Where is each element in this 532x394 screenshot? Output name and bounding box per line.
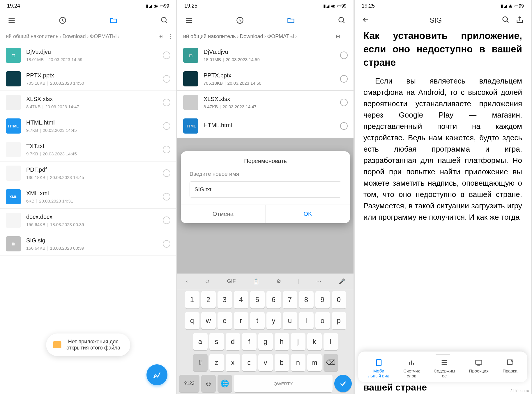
file-row[interactable]: HTML HTML.html 9.7KB|20.03.2023 14:45: [0, 114, 176, 138]
select-radio[interactable]: [340, 99, 348, 106]
key-n[interactable]: n: [291, 354, 305, 371]
backspace-key[interactable]: ⌫: [324, 354, 338, 371]
key-l[interactable]: l: [324, 333, 338, 350]
key-f[interactable]: f: [242, 333, 257, 350]
key-m[interactable]: m: [307, 354, 322, 371]
key-d[interactable]: d: [226, 333, 240, 350]
select-radio[interactable]: [163, 146, 170, 153]
key-c[interactable]: c: [242, 354, 257, 371]
send-key[interactable]: [334, 375, 352, 392]
key-2[interactable]: 2: [201, 291, 216, 308]
key-s[interactable]: s: [209, 333, 224, 350]
file-row[interactable]: TXT.txt 9.7KB|20.03.2023 14:45: [0, 138, 176, 161]
search-icon[interactable]: [337, 16, 347, 25]
kb-gif-button[interactable]: GIF: [227, 278, 236, 284]
select-radio[interactable]: [163, 52, 170, 59]
select-radio[interactable]: [163, 99, 170, 106]
kb-settings-icon[interactable]: ⚙: [276, 278, 281, 285]
kb-more-icon[interactable]: ⋯: [316, 278, 321, 285]
key-8[interactable]: 8: [299, 291, 314, 308]
key-9[interactable]: 9: [315, 291, 330, 308]
file-row[interactable]: XML XML.xml 6KB|20.03.2023 14:31: [0, 185, 176, 209]
search-icon[interactable]: [160, 16, 169, 25]
key-w[interactable]: w: [201, 312, 216, 329]
key-t[interactable]: t: [250, 312, 265, 329]
crumb[interactable]: ФОРМАТЫ: [90, 33, 117, 40]
menu-icon[interactable]: [184, 16, 194, 25]
grid-view-icon[interactable]: ⊞: [158, 33, 163, 40]
select-radio[interactable]: [163, 240, 170, 248]
key-0[interactable]: 0: [332, 291, 346, 308]
folder-icon[interactable]: [286, 16, 296, 25]
key-k[interactable]: k: [307, 333, 322, 350]
key-e[interactable]: e: [218, 312, 232, 329]
key-v[interactable]: v: [258, 354, 273, 371]
globe-key[interactable]: 🌐: [218, 375, 232, 392]
crumb[interactable]: Download: [240, 33, 263, 40]
key-j[interactable]: j: [291, 333, 305, 350]
shift-key[interactable]: ⇧: [193, 354, 208, 371]
grid-view-icon[interactable]: ⊞: [336, 33, 340, 40]
select-radio[interactable]: [340, 75, 348, 83]
file-row[interactable]: HTML HTML.html: [177, 114, 354, 138]
key-z[interactable]: z: [209, 354, 224, 371]
key-r[interactable]: r: [234, 312, 248, 329]
file-row[interactable]: 🗎 SIG.sig 156.64KB|18.03.2023 00:39: [0, 232, 176, 256]
space-key[interactable]: QWERTY: [234, 375, 333, 392]
select-radio[interactable]: [163, 216, 170, 224]
key-b[interactable]: b: [275, 354, 289, 371]
kb-back-icon[interactable]: ‹: [186, 278, 188, 284]
file-row[interactable]: PPTX.pptx 705.18KB|20.03.2023 14:50: [177, 67, 354, 91]
bottom-tab-0[interactable]: Моби льный вид: [368, 354, 389, 378]
crumb[interactable]: ий общий накопитель: [183, 33, 236, 40]
bottom-tab-2[interactable]: Содержим ое: [434, 354, 455, 378]
key-4[interactable]: 4: [234, 291, 248, 308]
breadcrumb[interactable]: ий общий накопитель› Download› ФОРМАТЫ› …: [0, 29, 176, 44]
file-row[interactable]: XLSX.xlsx 8.47KB|20.03.2023 14:47: [0, 91, 176, 114]
recent-icon[interactable]: [235, 16, 245, 25]
key-5[interactable]: 5: [250, 291, 265, 308]
bottom-tab-1[interactable]: Счетчик слов: [403, 354, 420, 378]
key-q[interactable]: q: [185, 312, 199, 329]
crumb[interactable]: Download: [63, 33, 86, 40]
kb-clipboard-icon[interactable]: 📋: [253, 278, 259, 285]
file-row[interactable]: ▢ DjVu.djvu 18.01MB|20.03.2023 14:59: [0, 44, 176, 67]
bottom-tab-3[interactable]: Проекция: [469, 354, 489, 378]
file-row[interactable]: docx.docx 156.64KB|18.03.2023 00:39: [0, 209, 176, 232]
kb-sticker-icon[interactable]: ☺: [205, 278, 210, 284]
key-6[interactable]: 6: [266, 291, 281, 308]
key-i[interactable]: i: [299, 312, 314, 329]
crumb[interactable]: ФОРМАТЫ: [267, 33, 294, 40]
kb-mic-icon[interactable]: 🎤: [339, 278, 345, 285]
select-radio[interactable]: [163, 193, 170, 200]
file-row[interactable]: ▢ DjVu.djvu 18.01MB|20.03.2023 14:59: [177, 44, 354, 67]
key-y[interactable]: y: [266, 312, 281, 329]
folder-icon[interactable]: [109, 16, 118, 25]
bottom-tab-4[interactable]: Правка: [503, 354, 517, 378]
rename-input[interactable]: [190, 181, 341, 198]
share-icon[interactable]: [516, 16, 524, 25]
key-p[interactable]: p: [332, 312, 346, 329]
crumb[interactable]: ий общий накопитель: [6, 33, 59, 40]
key-h[interactable]: h: [275, 333, 289, 350]
key-1[interactable]: 1: [185, 291, 199, 308]
ok-button[interactable]: OK: [266, 205, 350, 223]
clean-fab[interactable]: [146, 364, 167, 385]
key-x[interactable]: x: [226, 354, 240, 371]
cancel-button[interactable]: Отмена: [181, 205, 266, 223]
more-icon[interactable]: ⋮: [345, 33, 351, 40]
select-radio[interactable]: [163, 122, 170, 130]
file-row[interactable]: PDF.pdf 136.18KB|20.03.2023 14:45: [0, 161, 176, 185]
symbols-key[interactable]: ?123: [179, 375, 199, 392]
key-o[interactable]: o: [315, 312, 330, 329]
emoji-key[interactable]: ☺: [201, 375, 216, 392]
recent-icon[interactable]: [58, 16, 67, 25]
select-radio[interactable]: [340, 122, 348, 130]
key-u[interactable]: u: [283, 312, 297, 329]
file-row[interactable]: PPTX.pptx 705.18KB|20.03.2023 14:50: [0, 67, 176, 91]
key-a[interactable]: a: [193, 333, 208, 350]
file-row[interactable]: XLSX.xlsx 8.47KB|20.03.2023 14:47: [177, 91, 354, 114]
search-icon[interactable]: [502, 16, 510, 25]
key-g[interactable]: g: [258, 333, 273, 350]
select-radio[interactable]: [340, 52, 348, 59]
